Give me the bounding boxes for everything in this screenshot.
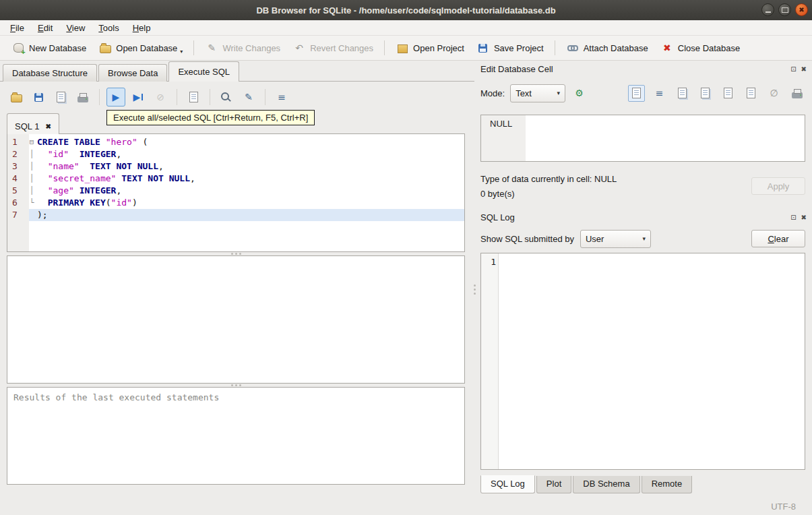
open-sql-file-button[interactable] bbox=[7, 88, 26, 107]
auto-format-button[interactable]: ✎ bbox=[239, 88, 258, 107]
results-grid[interactable] bbox=[7, 255, 465, 384]
execution-log-pane: Results of the last executed statements bbox=[7, 387, 465, 485]
menu-edit[interactable]: Edit bbox=[32, 22, 59, 34]
tab-database-structure[interactable]: Database Structure bbox=[3, 64, 97, 82]
cell-info-row: Type of data currently in cell: NULL 0 b… bbox=[480, 174, 805, 199]
print-button[interactable] bbox=[73, 88, 92, 107]
attach-database-button[interactable]: Attach Database bbox=[560, 38, 654, 57]
set-null-icon: ∅ bbox=[768, 86, 781, 100]
menu-help[interactable]: Help bbox=[127, 22, 157, 34]
write-changes-button[interactable]: ✎Write Changes bbox=[199, 38, 286, 57]
dropdown-arrow-icon[interactable]: ▾ bbox=[180, 49, 183, 55]
sql-log-area[interactable]: 1 bbox=[480, 253, 805, 470]
editor-line[interactable]: 1⊟CREATE TABLE "hero" ( bbox=[7, 136, 464, 148]
fold-guide: │ bbox=[26, 185, 37, 197]
button-label: Revert Changes bbox=[310, 43, 373, 53]
open-database-button[interactable]: Open Database▾ bbox=[92, 38, 189, 57]
float-panel-icon[interactable]: ⊡ bbox=[790, 214, 796, 222]
fold-marker-icon[interactable]: ⊟ bbox=[26, 136, 37, 148]
mode-select[interactable]: Text ▾ bbox=[510, 84, 565, 102]
save-results-button[interactable] bbox=[184, 88, 203, 107]
open-sql-file-icon bbox=[9, 90, 23, 104]
editor-line[interactable]: 3│ "name" TEXT NOT NULL, bbox=[7, 160, 464, 173]
save-sql-as-icon bbox=[54, 90, 67, 104]
tab-browse-data[interactable]: Browse Data bbox=[98, 64, 167, 82]
menu-tools[interactable]: Tools bbox=[92, 22, 125, 34]
sql-log-filter-label: Show SQL submitted by bbox=[480, 234, 574, 244]
execute-current-line-button[interactable]: ▶ bbox=[129, 88, 148, 107]
cell-editor[interactable]: NULL bbox=[480, 115, 805, 162]
paste-icon bbox=[699, 86, 712, 100]
edit-cell-toolbar: Mode: Text ▾ ⚙ ≡∅ bbox=[480, 83, 805, 103]
export-icon bbox=[745, 86, 758, 100]
open-project-icon bbox=[396, 41, 409, 55]
toolbar-separator bbox=[99, 89, 100, 105]
print-button[interactable] bbox=[788, 85, 805, 102]
paste-button[interactable] bbox=[697, 85, 714, 102]
auto-switch-mode-button[interactable]: ⚙ bbox=[571, 85, 588, 102]
button-label: Open Database bbox=[116, 43, 177, 53]
edit-cell-title: Edit Database Cell bbox=[480, 64, 786, 74]
revert-changes-button[interactable]: ↶Revert Changes bbox=[286, 38, 379, 57]
find-replace-button[interactable] bbox=[217, 88, 236, 107]
close-panel-icon[interactable]: ✖ bbox=[801, 65, 807, 73]
sql-toolbar: ▶▶⊘✎≡ bbox=[7, 88, 291, 107]
copy-button[interactable] bbox=[674, 85, 691, 102]
execute-all-button[interactable]: ▶ bbox=[106, 88, 125, 107]
word-wrap-button[interactable]: ≡ bbox=[651, 85, 668, 102]
content-area: Database StructureBrowse DataExecute SQL… bbox=[0, 61, 812, 497]
text-mode-button[interactable] bbox=[628, 85, 645, 102]
minimize-button[interactable] bbox=[761, 3, 774, 16]
menu-file[interactable]: File bbox=[4, 22, 30, 34]
import-button[interactable] bbox=[720, 85, 737, 102]
word-wrap-icon: ≡ bbox=[275, 90, 288, 104]
toolbar-separator bbox=[265, 89, 266, 105]
button-label: Close Database bbox=[678, 43, 741, 53]
open-project-button[interactable]: Open Project bbox=[389, 38, 470, 57]
clear-button[interactable]: Clear bbox=[751, 230, 805, 247]
close-database-button[interactable]: ✖Close Database bbox=[654, 38, 747, 57]
dock-tab-db-schema[interactable]: DB Schema bbox=[573, 476, 639, 493]
editor-line[interactable]: 5│ "age" INTEGER, bbox=[7, 185, 464, 197]
close-tab-icon[interactable]: ✖ bbox=[45, 123, 51, 130]
line-number: 4 bbox=[7, 173, 26, 185]
dock-tab-sql-log[interactable]: SQL Log bbox=[480, 475, 535, 493]
editor-line[interactable]: 6└ PRIMARY KEY("id") bbox=[7, 197, 464, 209]
save-sql-as-button[interactable] bbox=[51, 88, 70, 107]
maximize-button[interactable] bbox=[778, 3, 791, 16]
editor-line[interactable]: 2│ "id" INTEGER, bbox=[7, 148, 464, 160]
line-number: 2 bbox=[7, 148, 26, 160]
tab-execute-sql[interactable]: Execute SQL bbox=[168, 61, 239, 82]
menu-view[interactable]: View bbox=[60, 22, 91, 34]
dock-tab-remote[interactable]: Remote bbox=[642, 476, 693, 493]
new-database-button[interactable]: New Database bbox=[5, 38, 92, 57]
sql-editor[interactable]: 1⊟CREATE TABLE "hero" (2│ "id" INTEGER,3… bbox=[7, 133, 465, 252]
code-text: ); bbox=[37, 209, 464, 221]
word-wrap-button[interactable]: ≡ bbox=[272, 88, 291, 107]
export-button[interactable] bbox=[743, 85, 759, 102]
editor-line[interactable]: 7); bbox=[7, 209, 464, 221]
editor-line[interactable]: 4│ "secret_name" TEXT NOT NULL, bbox=[7, 173, 464, 185]
execute-sql-panel: ▶▶⊘✎≡ SQL 1 ✖ 1⊟CREATE TABLE "hero" (2│ … bbox=[0, 81, 474, 497]
close-button[interactable] bbox=[795, 3, 808, 16]
new-database-icon bbox=[11, 41, 25, 55]
close-panel-icon[interactable]: ✖ bbox=[801, 214, 807, 222]
save-project-button[interactable]: Save Project bbox=[470, 38, 550, 57]
float-panel-icon[interactable]: ⊡ bbox=[790, 65, 796, 73]
sql-editor-tab[interactable]: SQL 1 ✖ bbox=[7, 113, 59, 134]
titlebar[interactable]: DB Browser for SQLite - /home/user/code/… bbox=[0, 0, 812, 20]
print-icon bbox=[790, 86, 804, 100]
code-text: PRIMARY KEY("id") bbox=[37, 197, 464, 209]
sql-log-filter-select[interactable]: User ▾ bbox=[580, 230, 651, 248]
dock-tab-plot[interactable]: Plot bbox=[536, 476, 571, 493]
stop-button[interactable]: ⊘ bbox=[151, 88, 170, 107]
window-title: DB Browser for SQLite - /home/user/code/… bbox=[256, 5, 555, 16]
fold-guide: └ bbox=[26, 197, 37, 209]
statusbar: UTF-8 bbox=[0, 497, 812, 515]
set-null-button[interactable]: ∅ bbox=[766, 85, 782, 102]
open-database-icon bbox=[98, 41, 112, 55]
save-sql-file-button[interactable] bbox=[29, 88, 48, 107]
line-number: 5 bbox=[7, 185, 26, 197]
dock-tab-bar: SQL LogPlotDB SchemaRemote bbox=[480, 476, 693, 493]
apply-button[interactable]: Apply bbox=[751, 177, 805, 195]
